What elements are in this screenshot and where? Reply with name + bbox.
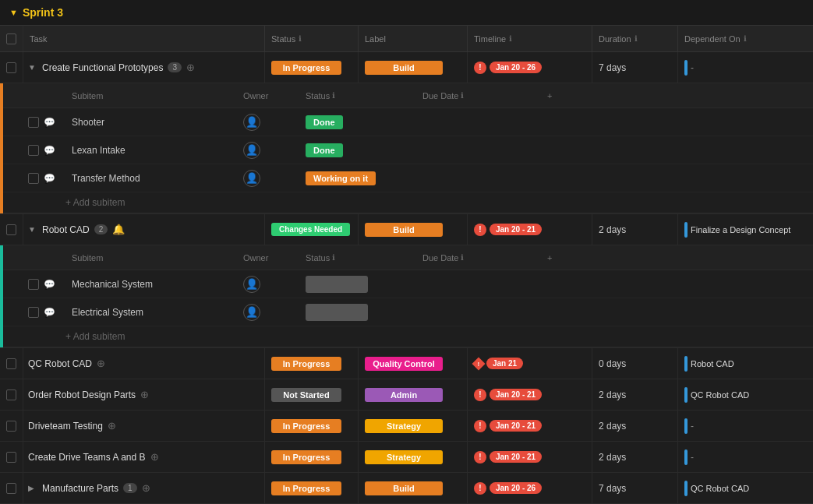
status-badge[interactable]: In Progress	[271, 419, 341, 433]
task-timeline-cell: ! Jan 20 - 21	[468, 411, 592, 441]
chat-icon[interactable]: 💬	[44, 173, 55, 184]
task-label-cell[interactable]: Admin	[359, 379, 468, 410]
chevron-down-icon[interactable]: ▼	[9, 8, 18, 17]
subitem-row: 💬 Electrical System 👤	[3, 298, 813, 326]
add-subitem-button[interactable]: + Add subitem	[3, 192, 813, 213]
task-name: QC Robot CAD	[28, 358, 92, 369]
timeline-bar: Jan 20 - 26	[490, 62, 542, 73]
subitem-row: 💬 Transfer Method 👤 Working on it	[3, 164, 813, 192]
chat-icon[interactable]: 💬	[44, 307, 55, 318]
task-label-cell[interactable]: Build	[359, 214, 468, 245]
task-status-cell[interactable]: In Progress	[265, 52, 359, 83]
add-subitem-button[interactable]: + Add subitem	[3, 326, 813, 347]
task-count-badge: 2	[94, 224, 108, 234]
subitem-checkbox[interactable]	[28, 307, 39, 318]
subitem-col-add[interactable]: +	[541, 253, 697, 263]
task-duration-cell: 2 days	[592, 411, 678, 441]
label-badge[interactable]: Strategy	[365, 419, 443, 433]
task-status-cell[interactable]: In Progress	[265, 411, 359, 441]
dependent-bar	[684, 60, 688, 76]
task-checkbox[interactable]	[0, 52, 23, 83]
task-label-cell[interactable]: Strategy	[359, 411, 468, 441]
task-name-cell: Create Drive Teams A and B ⊕	[23, 442, 265, 472]
dependent-bar	[684, 481, 688, 496]
subitem-status[interactable]: Working on it	[306, 171, 376, 185]
notification-icon[interactable]: 🔔	[112, 224, 125, 235]
status-badge[interactable]: Changes Needed	[271, 223, 350, 236]
task-checkbox[interactable]	[0, 473, 23, 503]
chat-icon[interactable]: 💬	[44, 117, 55, 128]
exclamation-icon: !	[474, 389, 486, 401]
subitem-checkbox[interactable]	[28, 279, 39, 290]
task-row: ▼ Robot CAD 2 🔔 Changes Needed Build ! J…	[0, 214, 813, 245]
timeline-bar: Jan 21	[486, 358, 523, 369]
label-badge[interactable]: Build	[365, 61, 443, 75]
add-subitem-icon[interactable]: ⊕	[150, 451, 159, 463]
task-row: Order Robot Design Parts ⊕ Not Started A…	[0, 379, 813, 411]
add-subitem-icon[interactable]: ⊕	[186, 62, 195, 73]
task-status-cell[interactable]: Not Started	[265, 379, 359, 410]
add-subitem-icon[interactable]: ⊕	[108, 420, 116, 432]
exclamation-icon: !	[474, 420, 486, 432]
task-label-cell[interactable]: Build	[359, 473, 468, 503]
subitem-checkbox[interactable]	[28, 173, 39, 184]
label-badge[interactable]: Build	[365, 481, 443, 495]
subitem-col-name: Subitem	[65, 253, 237, 263]
task-label-cell[interactable]: Strategy	[359, 442, 468, 472]
task-dependent-cell: QC Robot CAD	[678, 473, 813, 503]
subitem-status[interactable]: Done	[306, 143, 343, 157]
task-checkbox[interactable]	[0, 442, 23, 472]
task-name-cell: Driveteam Testing ⊕	[23, 411, 265, 441]
status-badge[interactable]: Not Started	[271, 388, 341, 402]
task-status-cell[interactable]: In Progress	[265, 348, 359, 379]
add-subitem-icon[interactable]: ⊕	[97, 358, 105, 369]
task-duration-cell: 0 days	[592, 348, 678, 379]
task-duration-cell: 2 days	[592, 379, 678, 410]
add-subitem-icon[interactable]: ⊕	[142, 482, 150, 494]
duration-text: 2 days	[599, 421, 626, 432]
task-label-cell[interactable]: Build	[359, 52, 468, 83]
task-checkbox[interactable]	[0, 214, 23, 245]
select-all-checkbox[interactable]	[0, 26, 23, 51]
col-dependent-on: Dependent On ℹ	[678, 26, 813, 51]
chat-icon[interactable]: 💬	[44, 279, 55, 290]
task-checkbox[interactable]	[0, 348, 23, 379]
status-badge[interactable]: In Progress	[271, 61, 341, 75]
task-checkbox[interactable]	[0, 379, 23, 410]
col-status: Status ℹ	[265, 26, 359, 51]
task-duration-cell: 7 days	[592, 52, 678, 83]
expand-icon[interactable]: ▶	[28, 484, 37, 492]
task-dependent-cell: QC Robot CAD	[678, 379, 813, 410]
subitem-status[interactable]: Done	[306, 115, 343, 129]
add-subitem-icon[interactable]: ⊕	[140, 389, 149, 400]
subitem-checkbox[interactable]	[28, 117, 39, 128]
subitem-row: 💬 Mechanical System 👤	[3, 270, 813, 298]
expand-icon[interactable]: ▼	[28, 225, 37, 234]
task-status-cell[interactable]: Changes Needed	[265, 214, 359, 245]
label-badge[interactable]: Strategy	[365, 450, 443, 464]
col-label: Label	[359, 26, 468, 51]
label-badge[interactable]: Quality Control	[365, 357, 443, 371]
task-name-cell: ▼ Robot CAD 2 🔔	[23, 214, 265, 245]
task-label-cell[interactable]: Quality Control	[359, 348, 468, 379]
chat-icon[interactable]: 💬	[44, 145, 55, 156]
status-badge[interactable]: In Progress	[271, 481, 341, 495]
sprint-header: ▼ Sprint 3	[0, 0, 813, 26]
subitem-col-add[interactable]: +	[541, 91, 697, 100]
subitem-checkbox[interactable]	[28, 145, 39, 156]
task-timeline-cell: ! Jan 20 - 21	[468, 442, 592, 472]
exclamation-icon: !	[474, 482, 486, 495]
status-badge[interactable]: In Progress	[271, 357, 341, 371]
task-name: Robot CAD	[42, 224, 90, 235]
label-badge[interactable]: Build	[365, 223, 443, 237]
subitem-col-owner: Owner	[237, 253, 299, 263]
task-status-cell[interactable]: In Progress	[265, 473, 359, 503]
task-status-cell[interactable]: In Progress	[265, 442, 359, 472]
subitem-col-duedate: Due Date ℹ	[416, 91, 541, 100]
task-checkbox[interactable]	[0, 411, 23, 441]
status-badge[interactable]: In Progress	[271, 450, 341, 464]
task-name-cell: QC Robot CAD ⊕	[23, 348, 265, 379]
expand-icon[interactable]: ▼	[28, 63, 37, 72]
dependent-text: Finalize a Design Concept	[691, 225, 790, 234]
label-badge[interactable]: Admin	[365, 388, 443, 402]
